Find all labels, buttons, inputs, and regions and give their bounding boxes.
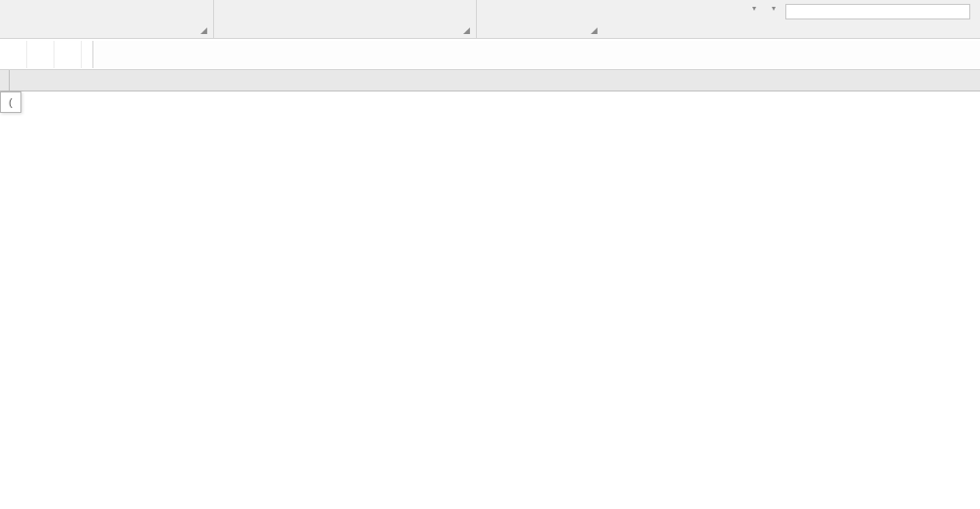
function-tooltip[interactable]: ( <box>0 91 21 113</box>
select-all-corner[interactable] <box>0 70 10 91</box>
formula-bar <box>0 39 980 70</box>
ribbon-group-font: ◢ <box>0 0 214 38</box>
enter-button[interactable] <box>27 41 54 68</box>
dialog-launcher-icon[interactable]: ◢ <box>588 24 599 36</box>
dialog-launcher-icon[interactable]: ◢ <box>198 24 209 36</box>
insert-function-button[interactable] <box>54 41 82 68</box>
cell-styles-gallery[interactable] <box>785 4 970 19</box>
ribbon-group-number: ◢ <box>477 0 603 38</box>
conditional-formatting-button[interactable]: ▾ <box>746 2 760 15</box>
formula-input[interactable] <box>93 41 980 68</box>
ribbon-right-section: ▾ ▾ <box>746 0 970 39</box>
chevron-down-icon: ▾ <box>752 4 756 13</box>
formula-bar-separator <box>82 41 93 68</box>
cancel-button[interactable] <box>0 41 27 68</box>
format-table-button[interactable]: ▾ <box>766 2 780 15</box>
spreadsheet-grid: ( <box>0 70 980 91</box>
ribbon-group-alignment: ◢ <box>214 0 477 38</box>
dialog-launcher-icon[interactable]: ◢ <box>460 24 472 36</box>
chevron-down-icon: ▾ <box>772 4 776 13</box>
column-headers-row <box>0 70 980 91</box>
ribbon: ◢ ◢ ◢ ▾ ▾ <box>0 0 980 39</box>
